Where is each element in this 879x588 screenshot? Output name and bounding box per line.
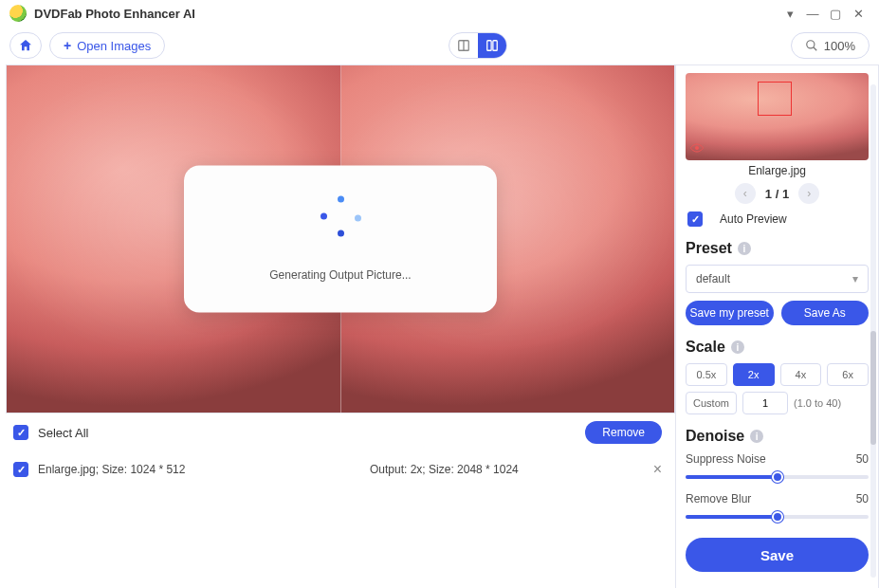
- svg-point-4: [807, 41, 815, 48]
- save-button[interactable]: Save: [686, 538, 869, 572]
- remove-blur-value: 50: [856, 492, 869, 505]
- page-prev-button[interactable]: ‹: [735, 183, 756, 204]
- denoise-title: Denoise i: [686, 428, 869, 445]
- suppress-noise-slider[interactable]: [686, 469, 869, 485]
- eye-icon[interactable]: [689, 142, 705, 156]
- view-split-button[interactable]: [478, 33, 506, 58]
- magnifier-icon: [805, 39, 818, 52]
- svg-rect-3: [493, 41, 497, 51]
- preview-area: Generating Output Picture...: [6, 64, 675, 413]
- caret-down-icon: ▾: [852, 272, 858, 285]
- remove-blur-label: Remove Blur: [686, 492, 751, 505]
- home-icon: [18, 38, 33, 53]
- minimize-icon[interactable]: —: [801, 7, 824, 21]
- scale-buttons: 0.5x2x4x6x: [686, 363, 869, 386]
- auto-preview-checkbox[interactable]: [687, 211, 703, 227]
- spinner-icon: [317, 192, 364, 239]
- remove-button[interactable]: Remove: [585, 421, 662, 444]
- svg-line-5: [814, 47, 817, 51]
- scale-0.5x-button[interactable]: 0.5x: [686, 363, 727, 386]
- svg-point-6: [695, 146, 699, 150]
- app-title: DVDFab Photo Enhancer AI: [34, 7, 195, 21]
- face-detection-rect: [758, 82, 792, 116]
- app-logo-icon: [9, 5, 27, 22]
- page-indicator: 1 / 1: [765, 187, 789, 201]
- select-all-checkbox[interactable]: [13, 425, 28, 440]
- list-header: Select All Remove: [0, 413, 675, 451]
- info-icon[interactable]: i: [731, 340, 744, 354]
- file-output: Output: 2x; Size: 2048 * 1024: [370, 463, 519, 476]
- scale-2x-button[interactable]: 2x: [733, 363, 775, 386]
- close-icon[interactable]: ✕: [847, 7, 870, 21]
- home-button[interactable]: [9, 32, 42, 59]
- preset-title: Preset i: [686, 240, 869, 257]
- title-bar: DVDFab Photo Enhancer AI ▾ — ▢ ✕: [0, 0, 879, 27]
- preset-selected: default: [696, 272, 730, 285]
- save-as-button[interactable]: Save As: [781, 301, 870, 325]
- info-icon[interactable]: i: [738, 242, 751, 255]
- pager: ‹ 1 / 1 ›: [686, 183, 869, 204]
- side-panel: Enlarge.jpg ‹ 1 / 1 › Auto Preview Prese…: [675, 64, 879, 588]
- zoom-button[interactable]: 100%: [791, 32, 870, 59]
- file-checkbox[interactable]: [13, 462, 28, 477]
- loading-modal: Generating Output Picture...: [184, 166, 497, 313]
- scale-custom-input[interactable]: [742, 392, 788, 414]
- select-all-label: Select All: [38, 426, 88, 440]
- maximize-icon[interactable]: ▢: [824, 7, 847, 21]
- plus-icon: +: [64, 38, 71, 53]
- scrollbar[interactable]: [870, 84, 876, 578]
- suppress-noise-label: Suppress Noise: [686, 452, 766, 466]
- save-my-preset-button[interactable]: Save my preset: [686, 301, 774, 325]
- file-row[interactable]: Enlarge.jpg; Size: 1024 * 512 Output: 2x…: [0, 451, 675, 487]
- row-close-icon[interactable]: ×: [653, 461, 662, 478]
- scale-range-label: (1.0 to 40): [794, 397, 841, 409]
- scale-4x-button[interactable]: 4x: [780, 363, 822, 386]
- scale-6x-button[interactable]: 6x: [827, 363, 869, 386]
- open-images-label: Open Images: [77, 39, 151, 53]
- svg-rect-2: [487, 41, 491, 51]
- open-images-button[interactable]: + Open Images: [49, 32, 165, 59]
- thumbnail[interactable]: [686, 73, 869, 160]
- scale-title: Scale i: [686, 339, 869, 356]
- view-single-button[interactable]: [449, 33, 478, 58]
- toolbar: + Open Images 100%: [0, 27, 879, 64]
- suppress-noise-value: 50: [856, 452, 869, 466]
- dropdown-icon[interactable]: ▾: [778, 7, 801, 21]
- file-name-size: Enlarge.jpg; Size: 1024 * 512: [38, 463, 185, 476]
- auto-preview-label: Auto Preview: [720, 212, 787, 226]
- preset-select[interactable]: default ▾: [686, 265, 869, 293]
- view-toggle: [449, 32, 507, 59]
- info-icon[interactable]: i: [750, 430, 763, 443]
- thumbnail-filename: Enlarge.jpg: [686, 164, 869, 177]
- remove-blur-slider[interactable]: [686, 509, 869, 524]
- scale-custom-button[interactable]: Custom: [686, 392, 737, 414]
- page-next-button[interactable]: ›: [798, 183, 819, 204]
- loading-text: Generating Output Picture...: [269, 267, 411, 281]
- zoom-label: 100%: [824, 39, 855, 53]
